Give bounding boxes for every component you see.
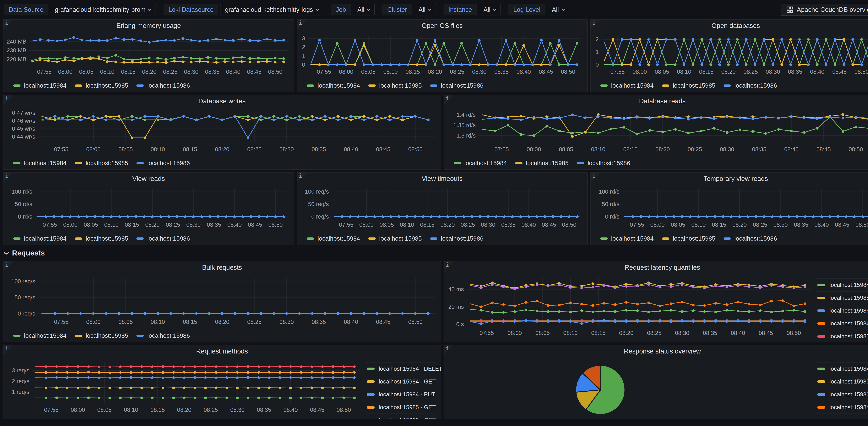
legend-swatch (817, 381, 825, 383)
legend-item[interactable]: localhost:15986 (136, 160, 190, 166)
overview-dashboard-button[interactable]: Apache CouchDB overview (781, 4, 868, 16)
open-databases-chart[interactable]: 07:5508:0008:0508:1008:1508:2008:2508:30… (591, 32, 868, 81)
panel-title[interactable]: Request latency quantiles (444, 261, 868, 273)
legend: localhost:15984localhost:15985localhost:… (3, 158, 441, 169)
legend-item[interactable]: localhost:15986 (136, 82, 190, 89)
info-icon[interactable]: i (297, 20, 307, 29)
instance-select[interactable]: All (478, 4, 501, 15)
legend-item[interactable]: localhost:15986 (430, 82, 483, 89)
legend-item[interactable]: localhost:15984 - p75 (816, 317, 868, 330)
view-timeouts-chart[interactable]: 07:5508:0008:0508:1008:1508:2008:2508:30… (297, 185, 587, 234)
panel-title[interactable]: Open databases (591, 20, 868, 32)
panel-title[interactable]: Response status overview (444, 345, 868, 357)
svg-text:07:55: 07:55 (54, 146, 68, 153)
legend-item[interactable]: localhost:15985 - p50 (816, 291, 868, 304)
legend-item[interactable]: localhost:15984 (13, 332, 66, 339)
panel-title[interactable]: Bulk requests (3, 261, 441, 273)
legend-item[interactable]: localhost:15985 (515, 160, 568, 166)
legend-item[interactable]: localhost:15986 (136, 332, 190, 339)
info-icon[interactable]: i (444, 95, 454, 105)
legend-swatch (75, 237, 82, 240)
legend-item[interactable]: localhost:15984 (13, 160, 66, 166)
tempviews-canvas: 07:5508:0008:0508:1008:1508:2008:2508:30… (591, 185, 868, 234)
legend-item[interactable]: localhost:15984 - 4xx (816, 401, 868, 414)
legend-item[interactable]: localhost:15984 (13, 82, 66, 89)
legend-item[interactable]: localhost:15985 - GET (366, 401, 436, 414)
legend-item[interactable]: localhost:15985 (368, 235, 422, 242)
database-writes-chart[interactable]: 07:5508:0008:0508:1008:1508:2008:2508:30… (3, 107, 441, 158)
svg-text:07:55: 07:55 (494, 146, 509, 153)
bulk-requests-chart[interactable]: 07:5508:0008:0508:1008:1508:2008:2508:30… (3, 273, 441, 331)
svg-text:08:50: 08:50 (337, 406, 351, 413)
bulk-canvas: 07:5508:0008:0508:1008:1508:2008:2508:30… (3, 273, 441, 331)
legend-item[interactable]: localhost:15984 (307, 235, 360, 242)
svg-text:08:05: 08:05 (84, 222, 98, 228)
log-level-select[interactable]: All (547, 4, 569, 15)
legend-item[interactable]: localhost:15986 (577, 160, 630, 166)
legend-item[interactable]: localhost:15984 - 2xx (816, 362, 868, 375)
legend-item[interactable]: localhost:15986 (430, 235, 483, 242)
legend-item[interactable]: localhost:15984 - PUT (366, 388, 436, 401)
request-latency-chart[interactable]: 07:5508:0008:0508:1008:1508:2008:2508:30… (444, 273, 816, 342)
legend-item[interactable]: localhost:15984 - GET (366, 375, 436, 388)
legend-item[interactable]: localhost:15986 - p50 (816, 304, 868, 317)
database-reads-chart[interactable]: 07:5508:0008:0508:1008:1508:2008:2508:30… (444, 107, 868, 158)
panel-title[interactable]: Database writes (3, 95, 441, 107)
info-icon[interactable]: i (444, 345, 454, 355)
legend-item[interactable]: localhost:15985 (662, 82, 715, 89)
legend-item[interactable]: localhost:15984 (600, 82, 654, 89)
legend-item[interactable]: localhost:15985 (75, 332, 128, 339)
legend-item[interactable]: localhost:15986 - GET (366, 414, 436, 419)
panel-title[interactable]: Erlang memory usage (3, 20, 294, 32)
legend-item[interactable]: localhost:15986 (723, 82, 777, 89)
legend-item[interactable]: localhost:15984 (13, 235, 66, 242)
legend-item[interactable]: localhost:15985 (75, 82, 128, 89)
info-icon[interactable]: i (591, 172, 600, 182)
legend-item[interactable]: localhost:15986 - 2xx (816, 388, 868, 401)
datasource-select[interactable]: grafanacloud-keithschmitty-prom (50, 4, 156, 15)
svg-text:08:25: 08:25 (204, 406, 218, 413)
legend-item[interactable]: localhost:15986 (723, 235, 777, 242)
legend-item[interactable]: localhost:15986 (136, 235, 190, 242)
legend-item[interactable]: localhost:15985 - 2xx (816, 375, 868, 388)
panel-title[interactable]: View timeouts (297, 172, 587, 185)
svg-text:07:55: 07:55 (339, 222, 353, 228)
info-icon[interactable]: i (3, 261, 13, 271)
svg-text:08:50: 08:50 (786, 330, 801, 336)
legend-label: localhost:15984 - PUT (379, 391, 436, 398)
legend-item[interactable]: localhost:15984 (600, 235, 654, 242)
panel-title[interactable]: View reads (3, 172, 294, 185)
panel-title[interactable]: Temporary view reads (591, 172, 868, 185)
info-icon[interactable]: i (3, 95, 13, 105)
legend-item[interactable]: localhost:15984 - DELETE (366, 362, 436, 375)
info-icon[interactable]: i (591, 20, 600, 29)
info-icon[interactable]: i (3, 172, 13, 182)
panel-title[interactable]: Open OS files (297, 20, 587, 32)
legend-item[interactable]: localhost:15984 - p50 (816, 278, 868, 291)
legend-item[interactable]: localhost:15985 - p75 (816, 330, 868, 342)
legend-item[interactable]: localhost:15984 (454, 160, 507, 166)
legend-item[interactable]: localhost:15985 (368, 82, 422, 89)
request-methods-chart[interactable]: 07:5508:0008:0508:1008:1508:2008:2508:30… (3, 357, 366, 419)
info-icon[interactable]: i (297, 172, 307, 182)
legend-item[interactable]: localhost:15985 (75, 235, 128, 242)
temporary-view-reads-chart[interactable]: 07:5508:0008:0508:1008:1508:2008:2508:30… (591, 185, 868, 234)
panel-title[interactable]: Database reads (444, 95, 868, 107)
info-icon[interactable]: i (3, 20, 13, 29)
response-status-pie-chart[interactable] (444, 357, 816, 419)
open-os-files-chart[interactable]: 07:5508:0008:0508:1008:1508:2008:2508:30… (297, 32, 587, 81)
cluster-select[interactable]: All (414, 4, 436, 15)
view-reads-chart[interactable]: 07:5508:0008:0508:1008:1508:2008:2508:30… (3, 185, 294, 234)
legend-item[interactable]: localhost:15985 (662, 235, 715, 242)
erlang-memory-chart[interactable]: 07:5508:0008:0508:1008:1508:2008:2508:30… (3, 32, 294, 81)
requests-section-header[interactable]: ❯ Requests (3, 248, 868, 258)
svg-text:07:55: 07:55 (43, 222, 57, 228)
legend-item[interactable]: localhost:15984 (307, 82, 360, 89)
info-icon[interactable]: i (3, 345, 13, 355)
legend-swatch (136, 162, 144, 164)
job-select[interactable]: All (352, 4, 375, 15)
panel-title[interactable]: Request methods (3, 345, 441, 357)
legend-item[interactable]: localhost:15985 (75, 160, 128, 166)
loki-datasource-select[interactable]: grafanacloud-keithschmitty-logs (220, 4, 323, 15)
info-icon[interactable]: i (444, 261, 454, 271)
